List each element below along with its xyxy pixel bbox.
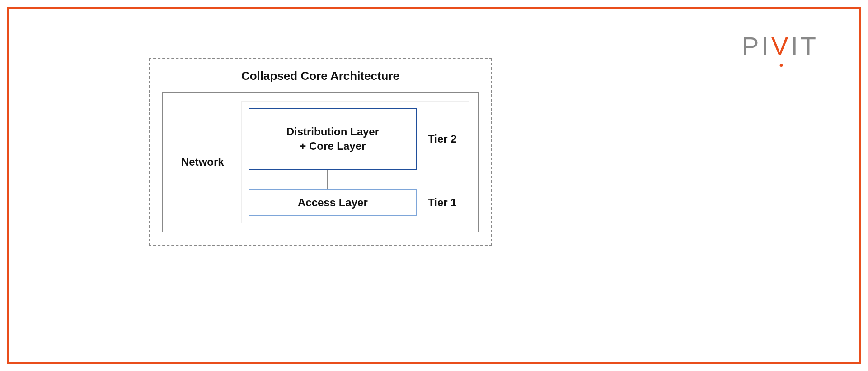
- access-layer-box: Access Layer: [249, 189, 417, 216]
- distribution-core-layer-box: Distribution Layer + Core Layer: [249, 108, 417, 170]
- distribution-layer-text: Distribution Layer: [254, 125, 412, 139]
- upper-layer-row: Distribution Layer + Core Layer Tier 2: [249, 108, 462, 170]
- layers-faint-container: Distribution Layer + Core Layer Tier 2 A…: [241, 101, 469, 223]
- architecture-dashed-container: Collapsed Core Architecture Network Dist…: [149, 58, 492, 246]
- diagram-area: Collapsed Core Architecture Network Dist…: [149, 58, 492, 246]
- network-label: Network: [171, 156, 241, 168]
- logo-text-v: V: [771, 31, 791, 60]
- lower-layer-row: Access Layer Tier 1: [249, 189, 462, 216]
- brand-logo: PIVIT: [742, 31, 819, 60]
- logo-text-it: IT: [791, 32, 819, 60]
- network-solid-container: Network Distribution Layer + Core Layer …: [162, 92, 479, 232]
- outer-frame: PIVIT Collapsed Core Architecture Networ…: [7, 7, 861, 364]
- layer-connector-line: [327, 170, 328, 189]
- diagram-title: Collapsed Core Architecture: [162, 69, 479, 83]
- tier-1-label: Tier 1: [417, 196, 462, 209]
- logo-text-pi: PI: [742, 32, 771, 60]
- core-layer-text: + Core Layer: [254, 139, 412, 153]
- tier-2-label: Tier 2: [417, 133, 462, 145]
- logo-dot-icon: [779, 64, 783, 67]
